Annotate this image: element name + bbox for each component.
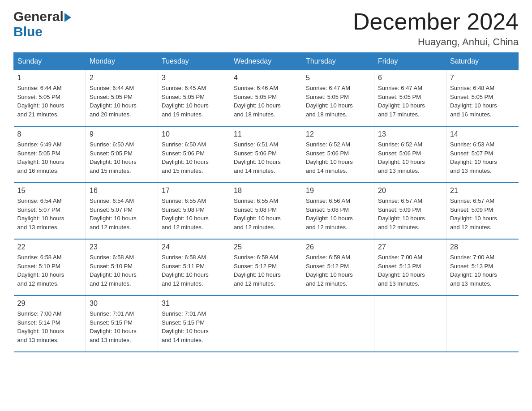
day-info: Sunrise: 6:58 AM Sunset: 5:10 PM Dayligh… (17, 253, 82, 288)
location-subtitle: Huayang, Anhui, China (353, 36, 519, 48)
day-number: 25 (234, 243, 298, 251)
calendar-cell: 25 Sunrise: 6:59 AM Sunset: 5:12 PM Dayl… (230, 239, 302, 295)
day-info: Sunrise: 6:46 AM Sunset: 5:05 PM Dayligh… (234, 84, 298, 119)
day-info: Sunrise: 6:48 AM Sunset: 5:05 PM Dayligh… (450, 84, 515, 119)
calendar-header: SundayMondayTuesdayWednesdayThursdayFrid… (14, 53, 519, 70)
day-number: 9 (90, 130, 154, 138)
calendar-cell: 15 Sunrise: 6:54 AM Sunset: 5:07 PM Dayl… (14, 183, 86, 239)
calendar-cell: 20 Sunrise: 6:57 AM Sunset: 5:09 PM Dayl… (374, 183, 446, 239)
weekday-header-tuesday: Tuesday (158, 53, 230, 70)
day-info: Sunrise: 6:52 AM Sunset: 5:06 PM Dayligh… (378, 140, 442, 175)
calendar-cell: 5 Sunrise: 6:47 AM Sunset: 5:05 PM Dayli… (302, 70, 374, 127)
day-number: 31 (162, 300, 226, 308)
day-number: 3 (162, 74, 226, 82)
day-info: Sunrise: 7:00 AM Sunset: 5:13 PM Dayligh… (378, 253, 442, 288)
weekday-header-thursday: Thursday (302, 53, 374, 70)
day-number: 19 (306, 187, 370, 195)
calendar-cell: 19 Sunrise: 6:56 AM Sunset: 5:08 PM Dayl… (302, 183, 374, 239)
day-info: Sunrise: 6:55 AM Sunset: 5:08 PM Dayligh… (162, 197, 226, 231)
calendar-cell: 11 Sunrise: 6:51 AM Sunset: 5:06 PM Dayl… (230, 126, 302, 183)
day-number: 7 (450, 74, 515, 82)
day-info: Sunrise: 6:55 AM Sunset: 5:08 PM Dayligh… (234, 197, 298, 231)
calendar-cell: 17 Sunrise: 6:55 AM Sunset: 5:08 PM Dayl… (158, 183, 230, 239)
day-number: 17 (162, 187, 226, 195)
title-section: December 2024 Huayang, Anhui, China (353, 9, 519, 48)
calendar-cell (374, 295, 446, 352)
day-info: Sunrise: 6:44 AM Sunset: 5:05 PM Dayligh… (17, 84, 82, 119)
calendar-cell: 30 Sunrise: 7:01 AM Sunset: 5:15 PM Dayl… (86, 295, 158, 352)
day-number: 28 (450, 243, 515, 251)
calendar-cell: 18 Sunrise: 6:55 AM Sunset: 5:08 PM Dayl… (230, 183, 302, 239)
day-info: Sunrise: 6:51 AM Sunset: 5:06 PM Dayligh… (234, 140, 298, 175)
day-number: 13 (378, 130, 442, 138)
day-info: Sunrise: 7:01 AM Sunset: 5:15 PM Dayligh… (90, 309, 154, 344)
day-info: Sunrise: 6:59 AM Sunset: 5:12 PM Dayligh… (306, 253, 370, 288)
weekday-header-sunday: Sunday (14, 53, 86, 70)
day-info: Sunrise: 6:59 AM Sunset: 5:12 PM Dayligh… (234, 253, 298, 288)
logo-line1: General (13, 9, 71, 24)
calendar-cell (230, 295, 302, 352)
day-number: 24 (162, 243, 226, 251)
day-info: Sunrise: 6:47 AM Sunset: 5:05 PM Dayligh… (378, 84, 442, 119)
day-number: 10 (162, 130, 226, 138)
calendar-table: SundayMondayTuesdayWednesdayThursdayFrid… (13, 52, 519, 352)
calendar-week-3: 15 Sunrise: 6:54 AM Sunset: 5:07 PM Dayl… (14, 183, 519, 239)
day-info: Sunrise: 6:58 AM Sunset: 5:11 PM Dayligh… (162, 253, 226, 288)
logo: General Blue (13, 9, 71, 39)
calendar-week-5: 29 Sunrise: 7:00 AM Sunset: 5:14 PM Dayl… (14, 295, 519, 352)
calendar-cell: 13 Sunrise: 6:52 AM Sunset: 5:06 PM Dayl… (374, 126, 446, 183)
calendar-cell: 21 Sunrise: 6:57 AM Sunset: 5:09 PM Dayl… (446, 183, 519, 239)
logo-blue-text: Blue (13, 24, 43, 39)
calendar-cell: 4 Sunrise: 6:46 AM Sunset: 5:05 PM Dayli… (230, 70, 302, 127)
weekday-header-row: SundayMondayTuesdayWednesdayThursdayFrid… (14, 53, 519, 70)
day-number: 5 (306, 74, 370, 82)
weekday-header-friday: Friday (374, 53, 446, 70)
day-info: Sunrise: 6:50 AM Sunset: 5:06 PM Dayligh… (162, 140, 226, 175)
page-header: General Blue December 2024 Huayang, Anhu… (13, 9, 519, 48)
calendar-cell (302, 295, 374, 352)
day-number: 11 (234, 130, 298, 138)
day-info: Sunrise: 6:47 AM Sunset: 5:05 PM Dayligh… (306, 84, 370, 119)
day-number: 8 (17, 130, 82, 138)
day-number: 30 (90, 300, 154, 308)
day-number: 4 (234, 74, 298, 82)
day-number: 14 (450, 130, 515, 138)
weekday-header-monday: Monday (86, 53, 158, 70)
day-info: Sunrise: 6:56 AM Sunset: 5:08 PM Dayligh… (306, 197, 370, 231)
day-info: Sunrise: 6:45 AM Sunset: 5:05 PM Dayligh… (162, 84, 226, 119)
calendar-cell: 31 Sunrise: 7:01 AM Sunset: 5:15 PM Dayl… (158, 295, 230, 352)
weekday-header-saturday: Saturday (446, 53, 519, 70)
calendar-cell: 26 Sunrise: 6:59 AM Sunset: 5:12 PM Dayl… (302, 239, 374, 295)
logo-general-text: General (13, 9, 64, 24)
calendar-cell (446, 295, 519, 352)
day-info: Sunrise: 6:52 AM Sunset: 5:06 PM Dayligh… (306, 140, 370, 175)
logo-blue-line: Blue (13, 24, 43, 39)
calendar-cell: 14 Sunrise: 6:53 AM Sunset: 5:07 PM Dayl… (446, 126, 519, 183)
calendar-cell: 6 Sunrise: 6:47 AM Sunset: 5:05 PM Dayli… (374, 70, 446, 127)
calendar-cell: 28 Sunrise: 7:00 AM Sunset: 5:13 PM Dayl… (446, 239, 519, 295)
logo-triangle-icon (64, 13, 71, 22)
calendar-week-2: 8 Sunrise: 6:49 AM Sunset: 5:05 PM Dayli… (14, 126, 519, 183)
calendar-cell: 9 Sunrise: 6:50 AM Sunset: 5:05 PM Dayli… (86, 126, 158, 183)
calendar-cell: 1 Sunrise: 6:44 AM Sunset: 5:05 PM Dayli… (14, 70, 86, 127)
calendar-cell: 27 Sunrise: 7:00 AM Sunset: 5:13 PM Dayl… (374, 239, 446, 295)
day-info: Sunrise: 6:58 AM Sunset: 5:10 PM Dayligh… (90, 253, 154, 288)
day-info: Sunrise: 7:01 AM Sunset: 5:15 PM Dayligh… (162, 309, 226, 344)
day-number: 21 (450, 187, 515, 195)
day-number: 20 (378, 187, 442, 195)
calendar-week-4: 22 Sunrise: 6:58 AM Sunset: 5:10 PM Dayl… (14, 239, 519, 295)
calendar-cell: 22 Sunrise: 6:58 AM Sunset: 5:10 PM Dayl… (14, 239, 86, 295)
day-info: Sunrise: 6:44 AM Sunset: 5:05 PM Dayligh… (90, 84, 154, 119)
calendar-cell: 24 Sunrise: 6:58 AM Sunset: 5:11 PM Dayl… (158, 239, 230, 295)
day-number: 22 (17, 243, 82, 251)
calendar-cell: 10 Sunrise: 6:50 AM Sunset: 5:06 PM Dayl… (158, 126, 230, 183)
day-info: Sunrise: 6:50 AM Sunset: 5:05 PM Dayligh… (90, 140, 154, 175)
day-number: 12 (306, 130, 370, 138)
day-number: 1 (17, 74, 82, 82)
calendar-cell: 12 Sunrise: 6:52 AM Sunset: 5:06 PM Dayl… (302, 126, 374, 183)
day-number: 26 (306, 243, 370, 251)
day-info: Sunrise: 6:57 AM Sunset: 5:09 PM Dayligh… (450, 197, 515, 231)
calendar-cell: 8 Sunrise: 6:49 AM Sunset: 5:05 PM Dayli… (14, 126, 86, 183)
calendar-week-1: 1 Sunrise: 6:44 AM Sunset: 5:05 PM Dayli… (14, 70, 519, 127)
month-title: December 2024 (353, 9, 519, 34)
